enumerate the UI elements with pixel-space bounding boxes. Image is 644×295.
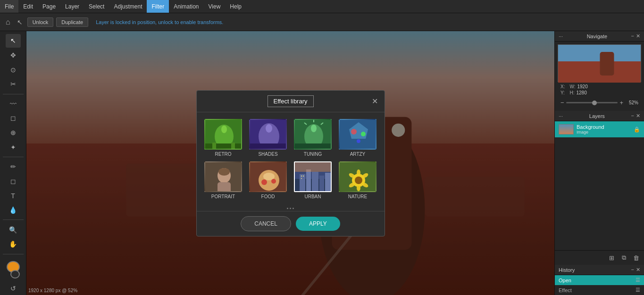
transform-tool[interactable]: ↺	[6, 281, 21, 295]
svg-rect-11	[231, 143, 235, 150]
cancel-button[interactable]: CANCEL	[241, 216, 291, 231]
zoom-minus-btn[interactable]: −	[560, 99, 564, 106]
svg-point-20	[311, 125, 317, 132]
history-open-label: Open	[559, 278, 571, 283]
svg-rect-46	[303, 176, 304, 177]
svg-rect-48	[295, 162, 332, 172]
lasso-tool[interactable]: ⊙	[6, 63, 21, 76]
toolbar: ⌂ ↖ Unlock Duplicate Layer is locked in …	[0, 13, 644, 31]
menu-item-page[interactable]: Page	[38, 0, 60, 13]
layer-name: Background	[577, 124, 631, 130]
shape-tool[interactable]: ◻	[6, 175, 21, 188]
menu-item-animation[interactable]: Animation	[169, 0, 203, 13]
svg-rect-10	[212, 143, 216, 150]
dialog-title-bar: Effect library ✕	[197, 91, 385, 112]
layers-minimize-btn[interactable]: −	[631, 113, 634, 119]
layers-more-btn[interactable]: ···	[559, 113, 563, 119]
svg-point-51	[355, 177, 362, 184]
effect-item-tuning[interactable]: TUNING	[293, 119, 333, 157]
home-icon[interactable]: ⌂	[4, 16, 12, 28]
delete-layer-btn[interactable]: 🗑	[631, 253, 641, 263]
layers-panel-header: ··· Layers − ✕	[555, 111, 644, 121]
history-close-btn[interactable]: ✕	[636, 267, 640, 273]
brush-tool[interactable]: 〰	[6, 97, 21, 110]
layer-lock-icon[interactable]: 🔒	[634, 126, 640, 133]
svg-rect-40	[300, 174, 305, 192]
effect-item-portrait[interactable]: PORTRAIT	[203, 161, 243, 199]
navigate-minimize-btn[interactable]: −	[631, 33, 634, 39]
svg-point-32	[218, 168, 230, 176]
history-item-effect[interactable]: Effect ☰	[555, 285, 644, 295]
w-label: W:	[569, 84, 575, 89]
svg-rect-42	[312, 172, 318, 192]
left-toolbar: ↖ ✥ ⊙ ✂ 〰 ◻ ⊕ ✦ ✏ ◻ T 💧 🔍 ✋ ↺	[0, 31, 26, 295]
history-panel-header: History − ✕	[555, 265, 644, 275]
zoom-slider-handle[interactable]	[592, 101, 597, 105]
history-open-icon: ☰	[636, 277, 640, 283]
navigate-more-btn[interactable]: ···	[559, 34, 563, 39]
background-color[interactable]	[10, 270, 20, 278]
unlock-button[interactable]: Unlock	[27, 17, 54, 27]
effect-item-artzy[interactable]: ARTZY	[338, 119, 378, 157]
navigate-close-btn[interactable]: ✕	[636, 33, 640, 39]
navigate-panel: ··· Navigate − ✕	[555, 31, 644, 111]
svg-point-37	[271, 179, 276, 184]
effect-label-retro: RETRO	[215, 152, 232, 157]
menu-item-select[interactable]: Select	[84, 0, 109, 13]
effect-item-food[interactable]: FOOD	[248, 161, 288, 199]
svg-rect-44	[325, 173, 331, 192]
dialog-close-button[interactable]: ✕	[372, 97, 378, 106]
menu-item-adjustment[interactable]: Adjustment	[109, 0, 147, 13]
menu-item-file[interactable]: File	[0, 0, 18, 13]
effect-item-urban[interactable]: URBAN	[293, 161, 333, 199]
svg-point-27	[361, 132, 366, 136]
add-layer-btn[interactable]: ⊞	[606, 253, 617, 263]
svg-point-53	[357, 169, 360, 176]
history-item-open[interactable]: Open ☰	[555, 275, 644, 285]
duplicate-button[interactable]: Duplicate	[56, 17, 88, 27]
toolbar-info: Layer is locked in position, unlock to e…	[96, 19, 223, 25]
effect-item-retro[interactable]: RETRO	[203, 119, 243, 157]
duplicate-layer-btn[interactable]: ⧉	[619, 253, 629, 263]
layer-item-background[interactable]: Background Image 🔒	[555, 121, 644, 137]
eyedropper-tool[interactable]: 💧	[6, 203, 21, 217]
right-panel: ··· Navigate − ✕	[554, 31, 644, 295]
history-title: History	[559, 267, 575, 273]
select-tool[interactable]: ↖	[6, 34, 21, 48]
layers-toolbar: ⊞ ⧉ 🗑	[555, 250, 644, 265]
eraser-tool[interactable]: ◻	[6, 111, 21, 125]
move-tool[interactable]: ✥	[6, 49, 21, 62]
svg-point-28	[357, 139, 360, 143]
menu-item-layer[interactable]: Layer	[60, 0, 84, 13]
menubar: File Edit Page Layer Select Adjustment F…	[0, 0, 644, 13]
type-tool[interactable]: T	[6, 189, 21, 202]
effect-label-portrait: PORTRAIT	[211, 194, 235, 199]
menu-item-help[interactable]: Help	[225, 0, 246, 13]
layer-type: Image	[577, 130, 631, 135]
effect-item-nature[interactable]: NATURE	[338, 161, 378, 199]
pen-tool[interactable]: ✏	[6, 160, 21, 174]
zoom-tool[interactable]: 🔍	[6, 223, 21, 236]
svg-rect-9	[205, 143, 242, 150]
svg-rect-60	[558, 61, 641, 83]
w-value: 1920	[577, 84, 588, 89]
cursor-icon[interactable]: ↖	[15, 17, 25, 28]
history-minimize-btn[interactable]: −	[631, 267, 634, 273]
pan-tool[interactable]: ✋	[6, 237, 21, 251]
layers-close-btn[interactable]: ✕	[636, 113, 640, 119]
crop-tool[interactable]: ✂	[6, 77, 21, 91]
menu-item-filter[interactable]: Filter	[147, 0, 169, 13]
svg-rect-15	[250, 143, 287, 150]
more-options	[197, 206, 385, 211]
heal-tool[interactable]: ✦	[6, 140, 21, 154]
zoom-slider[interactable]	[566, 102, 618, 103]
history-effect-label: Effect	[559, 287, 572, 293]
effect-label-urban: URBAN	[304, 194, 321, 199]
menu-item-edit[interactable]: Edit	[18, 0, 38, 13]
menu-item-view[interactable]: View	[204, 0, 226, 13]
navigate-panel-header: ··· Navigate − ✕	[555, 31, 644, 42]
effect-item-shades[interactable]: SHADES	[248, 119, 288, 157]
clone-tool[interactable]: ⊕	[6, 126, 21, 140]
zoom-plus-btn[interactable]: +	[619, 99, 623, 106]
apply-button[interactable]: APPLY	[296, 217, 340, 231]
